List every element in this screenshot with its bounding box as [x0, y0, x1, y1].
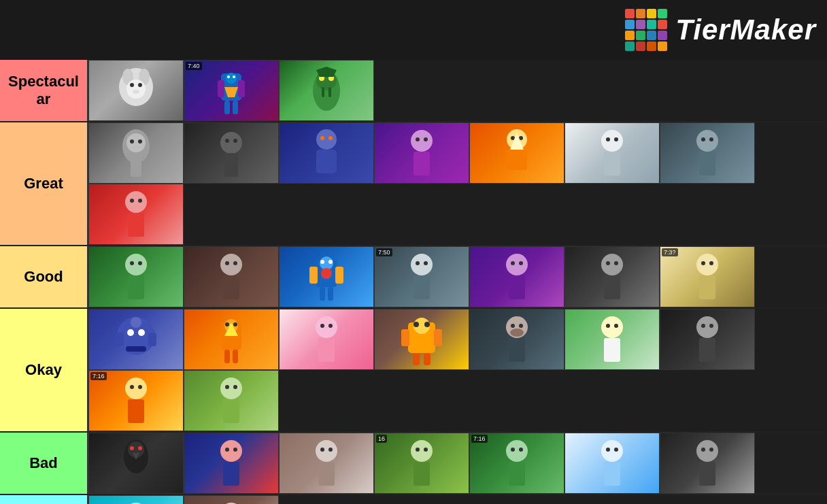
tier-row-good: Good 7	[0, 246, 827, 309]
list-item	[88, 309, 184, 370]
svg-point-110	[414, 322, 419, 327]
svg-point-46	[606, 137, 610, 141]
svg-point-26	[138, 139, 142, 144]
list-item	[88, 246, 184, 307]
list-item	[88, 60, 184, 121]
svg-point-88	[709, 261, 713, 265]
svg-marker-20	[316, 67, 337, 77]
svg-point-69	[320, 260, 324, 264]
list-item	[564, 122, 660, 184]
tier-label-okay: Okay	[0, 309, 87, 431]
svg-point-156	[519, 448, 523, 452]
svg-point-58	[130, 261, 134, 265]
svg-rect-8	[218, 80, 224, 97]
svg-rect-22	[328, 87, 331, 97]
svg-point-6	[133, 90, 139, 94]
svg-point-34	[320, 136, 324, 140]
list-item	[88, 122, 184, 184]
svg-point-152	[424, 448, 428, 452]
svg-rect-64	[223, 275, 239, 299]
svg-point-62	[225, 261, 229, 265]
svg-point-12	[226, 73, 237, 84]
list-item	[184, 495, 279, 504]
list-item	[279, 246, 374, 307]
logo-cell	[647, 9, 656, 18]
svg-point-37	[416, 137, 420, 141]
list-item	[184, 122, 279, 184]
list-item	[660, 433, 755, 494]
svg-rect-48	[604, 152, 620, 175]
list-item	[279, 309, 374, 370]
tier-images-spectacular: 7:40	[87, 60, 827, 121]
logo-cell	[647, 20, 656, 29]
list-item	[469, 309, 564, 370]
svg-point-159	[606, 448, 610, 452]
list-item	[469, 246, 564, 307]
svg-rect-72	[328, 287, 333, 301]
svg-point-94	[131, 317, 141, 328]
svg-rect-27	[131, 156, 141, 177]
svg-point-59	[138, 261, 142, 265]
svg-point-87	[701, 261, 705, 265]
svg-point-160	[614, 448, 618, 452]
list-item	[184, 246, 279, 307]
svg-point-155	[511, 448, 515, 452]
svg-point-111	[424, 322, 430, 327]
list-item	[184, 370, 279, 431]
svg-point-125	[696, 316, 718, 338]
svg-point-130	[130, 385, 134, 389]
list-item	[564, 246, 660, 307]
list-item: 7:16	[88, 370, 184, 431]
svg-point-163	[701, 448, 705, 452]
svg-rect-132	[128, 399, 144, 423]
svg-point-36	[411, 130, 433, 152]
svg-rect-81	[509, 275, 525, 299]
list-item	[374, 122, 469, 184]
svg-rect-128	[699, 338, 715, 362]
tier-images-havent	[87, 495, 827, 504]
svg-point-142	[220, 440, 242, 462]
svg-point-100	[233, 322, 237, 326]
logo-cell	[625, 31, 635, 40]
svg-rect-136	[223, 399, 239, 423]
svg-rect-41	[507, 150, 527, 170]
svg-point-135	[233, 385, 237, 389]
svg-rect-112	[401, 329, 409, 346]
time-badge: 7:50	[376, 248, 392, 256]
list-item	[660, 122, 755, 184]
list-item	[279, 122, 374, 184]
time-badge: 7:16	[90, 372, 107, 380]
svg-point-14	[233, 75, 235, 78]
svg-point-35	[328, 136, 333, 140]
svg-point-119	[510, 329, 524, 337]
svg-rect-89	[699, 275, 715, 299]
header: TierMaker	[0, 0, 827, 60]
logo-cell	[658, 31, 667, 40]
list-item: 7:16	[469, 433, 564, 494]
svg-point-50	[701, 137, 705, 141]
svg-point-126	[701, 324, 705, 328]
list-item	[184, 433, 279, 494]
svg-point-84	[614, 261, 618, 265]
list-item	[279, 60, 374, 121]
svg-rect-93	[126, 346, 146, 352]
svg-point-164	[709, 448, 713, 452]
svg-point-76	[424, 261, 428, 265]
svg-rect-145	[223, 462, 239, 486]
svg-point-70	[328, 260, 333, 264]
svg-rect-124	[604, 338, 620, 362]
svg-point-29	[225, 139, 229, 143]
svg-rect-120	[509, 338, 525, 362]
tier-row-spectacular: Spectacular 7:40	[0, 60, 827, 122]
tiers-container: Spectacular 7:40	[0, 60, 827, 504]
svg-rect-21	[322, 87, 324, 97]
svg-point-147	[320, 448, 324, 452]
svg-point-144	[233, 448, 237, 452]
tier-label-great: Great	[0, 122, 87, 245]
svg-point-55	[138, 199, 142, 203]
tier-row-okay: Okay	[0, 309, 827, 433]
time-badge: 7:40	[186, 62, 202, 70]
svg-point-150	[411, 440, 433, 462]
svg-rect-11	[233, 101, 238, 114]
svg-point-49	[696, 130, 718, 152]
